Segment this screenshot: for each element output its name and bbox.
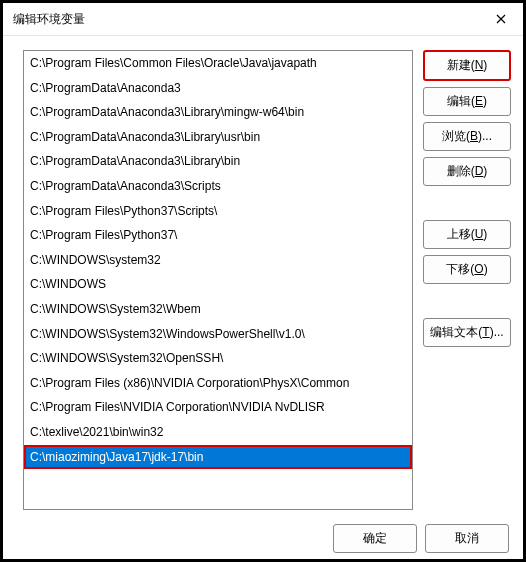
btn-label: 新建( bbox=[447, 58, 475, 72]
button-column: 新建(N) 编辑(E) 浏览(B)... 删除(D) 上移(U) 下移(O) 编… bbox=[423, 50, 511, 510]
btn-key: T bbox=[482, 325, 489, 339]
btn-label: 编辑文本( bbox=[430, 325, 482, 339]
list-item[interactable]: C:\WINDOWS\System32\Wbem bbox=[24, 297, 412, 322]
edit-text-button[interactable]: 编辑文本(T)... bbox=[423, 318, 511, 347]
btn-suffix: )... bbox=[478, 129, 492, 143]
btn-label: 浏览( bbox=[442, 129, 470, 143]
list-item[interactable]: C:\Program Files\NVIDIA Corporation\NVID… bbox=[24, 395, 412, 420]
btn-key: O bbox=[474, 262, 483, 276]
new-button[interactable]: 新建(N) bbox=[423, 50, 511, 81]
list-item[interactable]: C:\ProgramData\Anaconda3\Library\bin bbox=[24, 149, 412, 174]
list-item[interactable]: C:\Program Files\Common Files\Oracle\Jav… bbox=[24, 51, 412, 76]
spacer bbox=[423, 290, 511, 312]
cancel-button[interactable]: 取消 bbox=[425, 524, 509, 553]
list-item[interactable]: C:\Program Files\Python37\ bbox=[24, 223, 412, 248]
browse-button[interactable]: 浏览(B)... bbox=[423, 122, 511, 151]
spacer bbox=[423, 192, 511, 214]
btn-key: B bbox=[470, 129, 478, 143]
list-item[interactable]: C:\ProgramData\Anaconda3\Library\mingw-w… bbox=[24, 100, 412, 125]
btn-label: 下移( bbox=[446, 262, 474, 276]
list-item[interactable]: C:\WINDOWS\System32\OpenSSH\ bbox=[24, 346, 412, 371]
list-item[interactable]: C:\texlive\2021\bin\win32 bbox=[24, 420, 412, 445]
close-button[interactable] bbox=[487, 9, 515, 29]
btn-suffix: ) bbox=[483, 58, 487, 72]
list-item[interactable]: C:\miaoziming\Java17\jdk-17\bin bbox=[24, 445, 412, 470]
bottom-bar: 确定 取消 bbox=[3, 516, 523, 562]
list-item[interactable]: C:\WINDOWS\System32\WindowsPowerShell\v1… bbox=[24, 322, 412, 347]
delete-button[interactable]: 删除(D) bbox=[423, 157, 511, 186]
list-item[interactable]: C:\ProgramData\Anaconda3\Library\usr\bin bbox=[24, 125, 412, 150]
btn-suffix: ) bbox=[483, 164, 487, 178]
list-item[interactable]: C:\Program Files (x86)\NVIDIA Corporatio… bbox=[24, 371, 412, 396]
ok-button[interactable]: 确定 bbox=[333, 524, 417, 553]
btn-suffix: ) bbox=[483, 94, 487, 108]
btn-suffix: ) bbox=[484, 262, 488, 276]
move-up-button[interactable]: 上移(U) bbox=[423, 220, 511, 249]
btn-label: 删除( bbox=[447, 164, 475, 178]
edit-button[interactable]: 编辑(E) bbox=[423, 87, 511, 116]
btn-suffix: )... bbox=[490, 325, 504, 339]
list-item[interactable]: C:\ProgramData\Anaconda3\Scripts bbox=[24, 174, 412, 199]
btn-suffix: ) bbox=[483, 227, 487, 241]
close-icon bbox=[496, 14, 506, 24]
path-listbox[interactable]: C:\Program Files\Common Files\Oracle\Jav… bbox=[23, 50, 413, 510]
titlebar: 编辑环境变量 bbox=[3, 3, 523, 36]
list-item[interactable]: C:\ProgramData\Anaconda3 bbox=[24, 76, 412, 101]
dialog-content: C:\Program Files\Common Files\Oracle\Jav… bbox=[3, 36, 523, 516]
dialog-title: 编辑环境变量 bbox=[13, 11, 85, 28]
btn-label: 编辑( bbox=[447, 94, 475, 108]
list-item[interactable]: C:\Program Files\Python37\Scripts\ bbox=[24, 199, 412, 224]
move-down-button[interactable]: 下移(O) bbox=[423, 255, 511, 284]
btn-key: E bbox=[475, 94, 483, 108]
btn-label: 上移( bbox=[447, 227, 475, 241]
list-item[interactable]: C:\WINDOWS\system32 bbox=[24, 248, 412, 273]
edit-env-var-dialog: 编辑环境变量 C:\Program Files\Common Files\Ora… bbox=[0, 0, 526, 562]
list-item[interactable]: C:\WINDOWS bbox=[24, 272, 412, 297]
